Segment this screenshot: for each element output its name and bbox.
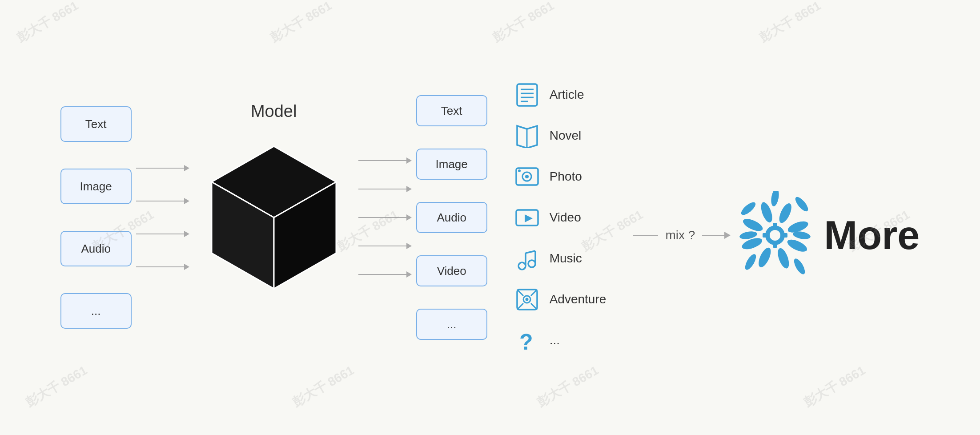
svg-point-33 bbox=[756, 246, 773, 269]
right-arrow-1 bbox=[358, 157, 412, 164]
scatter-icon bbox=[739, 191, 811, 280]
input-image-label: Image bbox=[80, 180, 112, 193]
output-list: Text Image Audio Video ... bbox=[416, 95, 487, 340]
output-more-box: ... bbox=[416, 309, 487, 340]
mix-arrow: mix ? bbox=[633, 228, 731, 242]
model-label: Model bbox=[251, 102, 297, 121]
svg-rect-39 bbox=[773, 243, 777, 248]
svg-rect-41 bbox=[783, 233, 787, 238]
output-text-label: Text bbox=[441, 104, 462, 118]
svg-point-32 bbox=[776, 247, 791, 270]
arrow-line bbox=[136, 201, 184, 201]
arrow-head bbox=[406, 157, 412, 164]
right-arrow-4 bbox=[358, 243, 412, 249]
output-audio-label: Audio bbox=[437, 211, 466, 225]
cube-svg bbox=[203, 133, 345, 302]
svg-rect-3 bbox=[517, 84, 537, 106]
svg-marker-14 bbox=[525, 214, 533, 222]
output-video-label: Video bbox=[437, 264, 466, 278]
svg-line-24 bbox=[517, 303, 523, 310]
mix-row: mix ? bbox=[633, 191, 920, 280]
svg-rect-40 bbox=[763, 233, 767, 238]
arrow-line bbox=[136, 168, 184, 169]
svg-line-22 bbox=[517, 290, 523, 296]
arrow-head bbox=[406, 214, 412, 221]
arrow-head bbox=[406, 186, 412, 192]
arrow-line bbox=[358, 160, 406, 161]
more-container: More bbox=[739, 191, 920, 280]
watermark: 彭大千 8661 bbox=[490, 0, 557, 46]
right-section: mix ? bbox=[633, 155, 920, 280]
watermark: 彭大千 8661 bbox=[289, 362, 357, 411]
svg-point-12 bbox=[518, 169, 521, 172]
music-icon bbox=[514, 245, 541, 272]
input-more-label: ... bbox=[91, 304, 101, 318]
arrow-line bbox=[358, 274, 406, 275]
svg-point-45 bbox=[743, 253, 758, 272]
right-arrow-5 bbox=[358, 271, 412, 278]
svg-text:?: ? bbox=[519, 330, 533, 353]
arrow-head bbox=[184, 231, 189, 237]
left-arrow-1 bbox=[136, 165, 189, 171]
svg-point-46 bbox=[792, 257, 807, 276]
content-type-article: Article bbox=[514, 81, 606, 108]
svg-point-43 bbox=[739, 200, 757, 217]
svg-point-29 bbox=[777, 201, 794, 225]
adventure-label: Adventure bbox=[550, 292, 606, 306]
arrow-head bbox=[406, 271, 412, 278]
watermark: 彭大千 8661 bbox=[534, 362, 602, 411]
output-text-box: Text bbox=[416, 95, 487, 126]
input-audio-label: Audio bbox=[81, 242, 111, 256]
arrow-line bbox=[358, 246, 406, 246]
right-arrow-2 bbox=[358, 186, 412, 192]
main-container: 彭大千 8661 彭大千 8661 彭大千 8661 彭大千 8661 彭大千 … bbox=[0, 0, 980, 435]
output-image-box: Image bbox=[416, 149, 487, 180]
svg-rect-38 bbox=[773, 223, 777, 227]
article-icon bbox=[514, 81, 541, 108]
novel-label: Novel bbox=[550, 129, 582, 143]
article-label: Article bbox=[550, 88, 584, 102]
output-audio-box: Audio bbox=[416, 202, 487, 233]
left-arrow-4 bbox=[136, 264, 189, 270]
input-audio-box: Audio bbox=[60, 231, 132, 266]
svg-point-11 bbox=[525, 175, 529, 178]
more-label: More bbox=[824, 213, 920, 258]
watermark: 彭大千 8661 bbox=[267, 0, 335, 46]
input-list: Text Image Audio ... bbox=[60, 106, 132, 329]
novel-icon bbox=[514, 122, 541, 149]
photo-icon bbox=[514, 163, 541, 190]
arrow-line bbox=[358, 217, 406, 218]
svg-point-31 bbox=[786, 237, 809, 254]
watermark: 彭大千 8661 bbox=[756, 0, 824, 46]
content-type-music: Music bbox=[514, 245, 606, 272]
photo-label: Photo bbox=[550, 169, 582, 184]
content-more-label: ... bbox=[550, 333, 560, 347]
scatter-svg bbox=[739, 191, 811, 280]
input-more-box: ... bbox=[60, 293, 132, 329]
arrow-line bbox=[136, 266, 184, 267]
svg-point-16 bbox=[528, 260, 535, 267]
content-type-novel: Novel bbox=[514, 122, 606, 149]
left-arrow-group bbox=[136, 165, 189, 270]
input-image-box: Image bbox=[60, 169, 132, 204]
svg-line-23 bbox=[531, 290, 537, 296]
mix-label: mix ? bbox=[665, 228, 695, 242]
arrow-head bbox=[184, 264, 189, 270]
arrow-line bbox=[358, 189, 406, 189]
output-image-label: Image bbox=[436, 157, 468, 171]
svg-point-15 bbox=[518, 262, 526, 270]
svg-point-47 bbox=[770, 191, 780, 207]
cube-container: Model bbox=[203, 133, 345, 302]
output-video-box: Video bbox=[416, 255, 487, 286]
content-types: Article Novel Photo bbox=[514, 81, 606, 354]
watermark: 彭大千 8661 bbox=[14, 0, 81, 46]
video-label: Video bbox=[550, 210, 581, 225]
right-arrow-3 bbox=[358, 214, 412, 221]
video-icon bbox=[514, 204, 541, 231]
arrow-head bbox=[184, 165, 189, 171]
arrow-head bbox=[184, 198, 189, 204]
music-label: Music bbox=[550, 251, 582, 266]
arrow-line bbox=[136, 234, 184, 234]
svg-point-26 bbox=[526, 298, 529, 301]
watermark: 彭大千 8661 bbox=[801, 362, 868, 411]
